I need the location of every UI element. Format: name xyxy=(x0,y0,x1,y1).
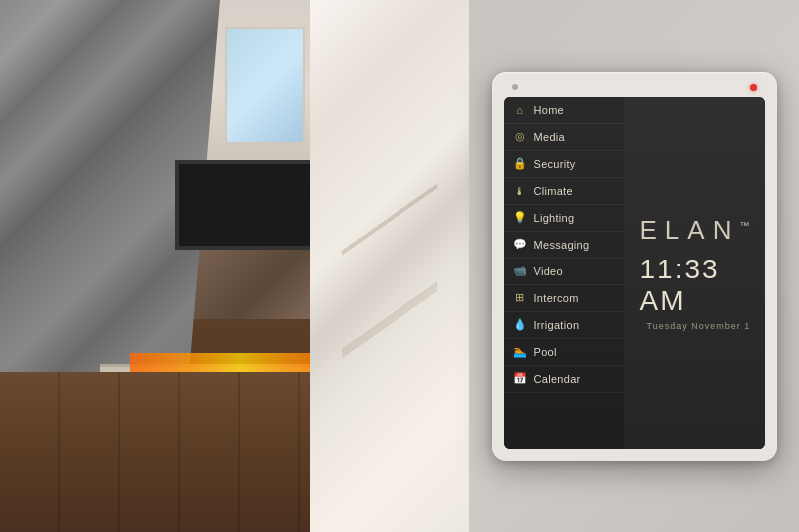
living-room-photo xyxy=(0,0,469,532)
home-label: Home xyxy=(534,104,565,116)
menu-item-intercom[interactable]: ⊞Intercom xyxy=(504,285,624,312)
calendar-icon: 📅 xyxy=(512,371,528,387)
lighting-label: Lighting xyxy=(534,212,575,224)
media-label: Media xyxy=(534,131,565,143)
calendar-label: Calendar xyxy=(534,373,581,385)
screen-content: ELAN™ 11:33 AM Tuesday November 1 xyxy=(624,97,765,449)
media-icon: ◎ xyxy=(512,129,528,145)
irrigation-icon: 💧 xyxy=(512,317,528,333)
menu-item-messaging[interactable]: 💬Messaging xyxy=(504,232,624,259)
security-icon: 🔒 xyxy=(512,156,528,172)
lighting-icon: 💡 xyxy=(512,210,528,226)
menu-item-lighting[interactable]: 💡Lighting xyxy=(504,205,624,232)
camera-sensor xyxy=(512,84,518,90)
device-top-bar xyxy=(504,84,765,97)
intercom-label: Intercom xyxy=(534,292,579,304)
climate-label: Climate xyxy=(534,185,573,197)
security-label: Security xyxy=(534,158,576,170)
menu-item-calendar[interactable]: 📅Calendar xyxy=(504,366,624,393)
video-label: Video xyxy=(534,266,563,277)
messaging-label: Messaging xyxy=(534,239,590,251)
menu-item-climate[interactable]: 🌡Climate xyxy=(504,178,624,205)
intercom-icon: ⊞ xyxy=(512,290,528,306)
home-icon: ⌂ xyxy=(512,102,528,118)
messaging-icon: 💬 xyxy=(512,237,528,253)
panel-background: ⌂Home◎Media🔒Security🌡Climate💡Lighting💬Me… xyxy=(469,0,799,532)
menu-sidebar: ⌂Home◎Media🔒Security🌡Climate💡Lighting💬Me… xyxy=(504,97,624,449)
pool-label: Pool xyxy=(534,346,557,358)
device-screen: ⌂Home◎Media🔒Security🌡Climate💡Lighting💬Me… xyxy=(504,97,765,449)
menu-item-home[interactable]: ⌂Home xyxy=(504,97,624,124)
video-icon: 📹 xyxy=(512,264,528,279)
menu-item-pool[interactable]: 🏊Pool xyxy=(504,339,624,366)
time-display: 11:33 AM xyxy=(640,254,758,317)
status-led xyxy=(750,84,757,91)
pool-icon: 🏊 xyxy=(512,344,528,360)
menu-item-media[interactable]: ◎Media xyxy=(504,124,624,151)
date-display: Tuesday November 1 xyxy=(647,321,751,331)
menu-item-security[interactable]: 🔒Security xyxy=(504,151,624,178)
menu-item-irrigation[interactable]: 💧Irrigation xyxy=(504,312,624,339)
brand-logo: ELAN™ xyxy=(640,215,758,246)
elan-touch-panel: ⌂Home◎Media🔒Security🌡Climate💡Lighting💬Me… xyxy=(492,72,777,461)
irrigation-label: Irrigation xyxy=(534,319,580,331)
menu-item-video[interactable]: 📹Video xyxy=(504,259,624,285)
climate-icon: 🌡 xyxy=(512,183,528,199)
